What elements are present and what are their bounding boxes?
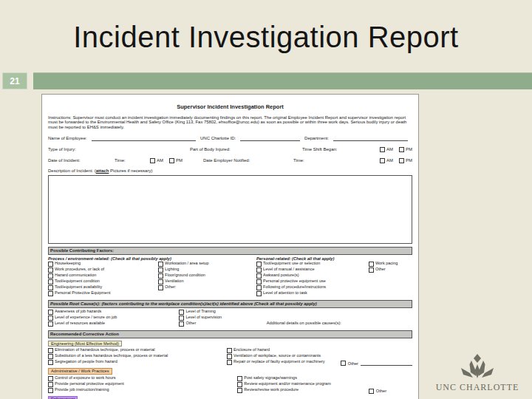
- checkbox[interactable]: [256, 291, 262, 296]
- shift-pm-checkbox[interactable]: [399, 147, 404, 152]
- checkbox[interactable]: [256, 285, 262, 290]
- checkbox-item: Personal Protective Equipment: [48, 291, 158, 296]
- incident-form-image: Supervisor Incident Investigation Report…: [41, 94, 419, 399]
- engineering-section: Elimination of hazardous technique, proc…: [48, 348, 412, 366]
- checkbox[interactable]: [227, 354, 232, 359]
- checkbox-list: Enclosure of hazard Ventilation of workp…: [227, 348, 341, 366]
- name-of-employee-label: Name of Employee:: [48, 136, 87, 141]
- checkbox[interactable]: [48, 279, 53, 284]
- notified-am-checkbox[interactable]: [380, 158, 385, 163]
- checkbox[interactable]: [158, 267, 163, 273]
- description-label: Description of Incident: (attach Picture…: [48, 168, 412, 174]
- checkbox[interactable]: [48, 267, 53, 273]
- unc-id-field[interactable]: [240, 136, 300, 141]
- contributing-factors-header: Possible Contributing Factors:: [48, 247, 412, 255]
- checkbox-item: Level of experience / tenure on job: [48, 316, 179, 321]
- checkbox-label: Work pacing: [375, 262, 398, 266]
- notified-pm-checkbox[interactable]: [399, 158, 404, 163]
- checkbox[interactable]: [256, 273, 262, 279]
- checkbox[interactable]: [237, 376, 242, 381]
- checkbox-item: Level of attention to task: [256, 291, 369, 296]
- checkbox-label: Level of experience / tenure on job: [55, 316, 117, 320]
- checkbox[interactable]: [48, 382, 53, 387]
- incident-am-checkbox[interactable]: [150, 158, 155, 163]
- pm-label: PM: [176, 158, 183, 163]
- administrative-label: Administrative / Work Practices: [48, 368, 112, 375]
- checkbox-item: Other: [369, 267, 412, 273]
- checkbox[interactable]: [48, 376, 53, 381]
- incident-pm-checkbox[interactable]: [169, 158, 174, 163]
- checkbox-label: Provide job instruction/training: [55, 388, 109, 392]
- shift-am-checkbox[interactable]: [380, 147, 385, 152]
- form-instructions: Instructions: Supervisor must conduct an…: [48, 115, 412, 130]
- checkbox[interactable]: [48, 310, 53, 315]
- checkbox[interactable]: [237, 382, 242, 387]
- checkbox[interactable]: [48, 316, 53, 321]
- administrative-section: Control of exposure to work hours Provid…: [48, 376, 412, 394]
- checkbox[interactable]: [256, 262, 262, 267]
- checkbox-item: Lighting: [158, 267, 252, 273]
- checkbox[interactable]: [256, 279, 262, 284]
- other-field[interactable]: [361, 361, 412, 366]
- checkbox-list: Control of exposure to work hours Provid…: [48, 376, 237, 394]
- checkbox[interactable]: [48, 273, 53, 279]
- checkbox-item: Repair or replace of faulty equipment or…: [227, 360, 341, 365]
- checkbox-label: Segregation of people from hazard: [55, 360, 117, 364]
- other-checkbox[interactable]: [369, 389, 374, 394]
- name-of-employee-field[interactable]: [92, 136, 196, 141]
- checkbox[interactable]: [179, 321, 184, 327]
- checkbox-label: Level of Training: [185, 310, 215, 314]
- checkbox[interactable]: [158, 279, 163, 284]
- checkbox[interactable]: [227, 360, 232, 365]
- checkbox[interactable]: [237, 388, 242, 393]
- checkbox-item: Awareness of job hazards: [48, 310, 179, 315]
- department-field[interactable]: [333, 136, 408, 141]
- am-label: AM: [386, 147, 393, 152]
- incident-ampm-group: AM PM: [150, 158, 203, 163]
- pm-label: PM: [406, 158, 412, 163]
- checkbox-item: Review equipment and/or maintenance prog…: [237, 382, 368, 387]
- checkbox-item: Tool/equipment condition: [48, 279, 158, 284]
- time-label: Time:: [115, 158, 150, 163]
- form-row-injury: Type of Injury: Part of Body Injured: Ti…: [48, 147, 412, 152]
- checkbox[interactable]: [48, 262, 53, 267]
- checkbox[interactable]: [48, 285, 53, 290]
- checkbox-list: Work pacing Other: [369, 262, 412, 297]
- additional-details-label: Additional details on possible causes(s)…: [267, 321, 341, 326]
- checkbox[interactable]: [256, 267, 262, 273]
- other-label: Other: [348, 361, 358, 366]
- checkbox-item: Work pacing: [369, 262, 412, 267]
- unc-charlotte-crown-icon: [458, 353, 497, 381]
- checkbox[interactable]: [369, 262, 374, 267]
- checkbox[interactable]: [179, 316, 184, 321]
- checkbox-label: Lighting: [165, 267, 179, 272]
- checkbox-list: Awareness of job hazards Level of experi…: [48, 310, 179, 327]
- checkbox[interactable]: [48, 348, 53, 353]
- checkbox-label: Following of procedure/instructions: [263, 285, 326, 290]
- checkbox[interactable]: [158, 262, 163, 267]
- checkbox[interactable]: [48, 388, 53, 393]
- checkbox[interactable]: [179, 310, 184, 315]
- checkbox[interactable]: [48, 354, 53, 359]
- checkbox[interactable]: [158, 285, 163, 290]
- checkbox-label: Post safety signage/warnings: [244, 376, 297, 381]
- checkbox-label: Ventilation of workplace, source or cont…: [233, 354, 321, 358]
- checkbox[interactable]: [369, 267, 374, 273]
- checkbox[interactable]: [227, 348, 232, 353]
- other-checkbox[interactable]: [341, 361, 346, 366]
- checkbox-label: Level of manual / assistance: [263, 267, 314, 272]
- checkbox-item: Level of manual / assistance: [256, 267, 369, 273]
- checkbox-item: Level of resources available: [48, 321, 179, 327]
- date-of-incident-label: Date of Incident:: [48, 158, 115, 163]
- checkbox[interactable]: [48, 360, 53, 365]
- checkbox-label: Review equipment and/or maintenance prog…: [244, 382, 330, 386]
- checkbox-item: Review/revise work procedure: [237, 388, 368, 393]
- checkbox[interactable]: [48, 321, 53, 327]
- description-textarea[interactable]: [48, 175, 412, 244]
- checkbox[interactable]: [158, 273, 163, 279]
- checkbox-list: Level of Training Level of supervision O…: [179, 310, 266, 327]
- unc-charlotte-wordmark: UNC CHARLOTTE: [436, 382, 519, 393]
- checkbox-label: Enclosure of hazard: [233, 348, 270, 352]
- checkbox-label: Housekeeping: [55, 262, 81, 266]
- checkbox[interactable]: [48, 291, 53, 296]
